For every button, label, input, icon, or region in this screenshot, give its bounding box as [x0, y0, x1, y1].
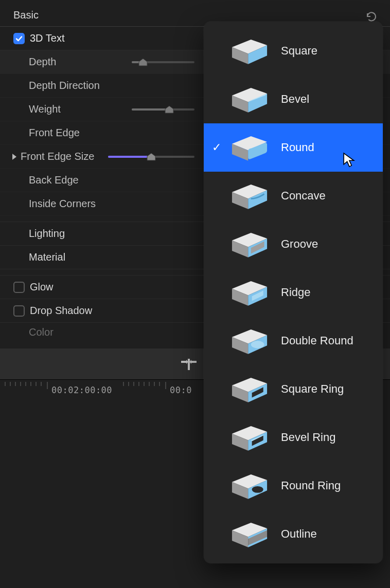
svg-marker-1	[165, 106, 173, 113]
popup-item-bevel-ring[interactable]: ✓Bevel Ring	[204, 413, 383, 462]
checkbox-drop-shadow[interactable]	[13, 305, 25, 317]
popup-item-label: Double Round	[281, 334, 383, 347]
popup-item-label: Concave	[281, 189, 383, 203]
param-label: Color	[29, 326, 132, 338]
checkbox-glow[interactable]	[13, 282, 25, 293]
popup-item-outline[interactable]: ✓Outline	[204, 510, 383, 558]
popup-item-label: Bevel Ring	[281, 431, 383, 444]
param-label: Inside Corners	[29, 198, 132, 210]
slider-front-edge-size[interactable]	[108, 156, 194, 158]
svg-point-47	[251, 341, 264, 348]
popup-item-concave[interactable]: ✓Concave	[204, 172, 383, 220]
popup-item-ridge[interactable]: ✓Ridge	[204, 268, 383, 317]
popup-item-bevel[interactable]: ✓Bevel	[204, 75, 383, 123]
edge-preview-icon	[225, 371, 274, 407]
section-label: Lighting	[29, 228, 132, 240]
checkmark-icon: ✓	[212, 141, 223, 154]
popup-item-label: Groove	[281, 237, 383, 251]
svg-marker-0	[139, 59, 147, 66]
popup-item-double-round[interactable]: ✓Double Round	[204, 317, 383, 365]
cursor-pointer-icon	[343, 152, 356, 168]
edge-preview-icon	[225, 516, 274, 552]
edge-preview-icon	[225, 178, 274, 214]
popup-item-label: Square	[281, 44, 383, 58]
slider-weight[interactable]	[132, 108, 194, 111]
popup-item-square-ring[interactable]: ✓Square Ring	[204, 365, 383, 413]
popup-item-groove[interactable]: ✓Groove	[204, 220, 383, 268]
svg-marker-2	[147, 153, 155, 160]
section-title: Basic	[13, 9, 116, 21]
section-label: Material	[29, 251, 132, 263]
popup-item-round-ring[interactable]: ✓Round Ring	[204, 462, 383, 510]
edge-preview-icon	[225, 226, 274, 262]
popup-item-label: Round	[281, 141, 383, 154]
playhead-snap-icon[interactable]	[181, 358, 197, 374]
slider-thumb[interactable]	[138, 58, 148, 67]
popup-item-label: Ridge	[281, 286, 383, 299]
param-label: Front Edge Size	[21, 151, 108, 162]
edge-preview-icon	[225, 468, 274, 504]
svg-point-60	[252, 486, 263, 493]
svg-marker-66	[344, 153, 353, 167]
popup-item-label: Round Ring	[281, 479, 383, 492]
edge-preview-icon	[225, 419, 274, 455]
slider-thumb[interactable]	[164, 105, 174, 114]
svg-marker-6	[191, 361, 197, 363]
disclosure-triangle-icon[interactable]	[12, 154, 16, 160]
edge-preview-icon	[225, 81, 274, 117]
svg-marker-4	[181, 361, 186, 363]
timecode-label: 00:0	[170, 385, 192, 395]
popup-item-square[interactable]: ✓Square	[204, 27, 383, 75]
param-label: Depth Direction	[29, 80, 132, 91]
param-label: Weight	[29, 103, 132, 115]
edge-preview-icon	[225, 323, 274, 359]
edge-preview-icon	[225, 130, 274, 166]
checkbox-3d-text[interactable]	[13, 33, 25, 44]
front-edge-popup: ✓Square✓Bevel✓Round✓Concave✓Groove✓Ridge…	[204, 22, 383, 563]
edge-preview-icon	[225, 274, 274, 310]
edge-preview-icon	[225, 33, 274, 69]
popup-item-label: Outline	[281, 527, 383, 541]
svg-rect-3	[188, 359, 190, 370]
timecode-label: 00:02:00:00	[51, 385, 112, 395]
param-label: Depth	[29, 56, 132, 68]
slider-depth[interactable]	[132, 61, 194, 63]
slider-thumb[interactable]	[146, 152, 156, 161]
popup-item-label: Bevel	[281, 93, 383, 106]
param-label: Back Edge	[29, 174, 132, 186]
popup-item-label: Square Ring	[281, 382, 383, 396]
param-label: Front Edge	[29, 127, 132, 139]
